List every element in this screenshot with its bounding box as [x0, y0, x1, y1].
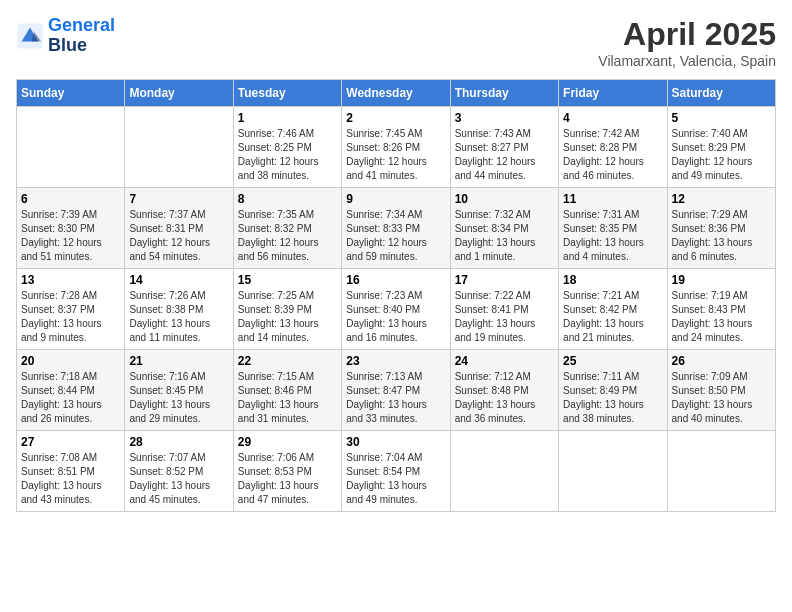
- calendar-cell: 30Sunrise: 7:04 AMSunset: 8:54 PMDayligh…: [342, 431, 450, 512]
- calendar-cell: 29Sunrise: 7:06 AMSunset: 8:53 PMDayligh…: [233, 431, 341, 512]
- calendar-cell: 28Sunrise: 7:07 AMSunset: 8:52 PMDayligh…: [125, 431, 233, 512]
- day-number: 18: [563, 273, 662, 287]
- day-info: Sunrise: 7:06 AMSunset: 8:53 PMDaylight:…: [238, 451, 337, 507]
- day-number: 28: [129, 435, 228, 449]
- calendar-week-row: 6Sunrise: 7:39 AMSunset: 8:30 PMDaylight…: [17, 188, 776, 269]
- calendar-cell: 3Sunrise: 7:43 AMSunset: 8:27 PMDaylight…: [450, 107, 558, 188]
- day-info: Sunrise: 7:31 AMSunset: 8:35 PMDaylight:…: [563, 208, 662, 264]
- calendar-cell: 12Sunrise: 7:29 AMSunset: 8:36 PMDayligh…: [667, 188, 775, 269]
- calendar-cell: 24Sunrise: 7:12 AMSunset: 8:48 PMDayligh…: [450, 350, 558, 431]
- day-number: 13: [21, 273, 120, 287]
- weekday-header: Saturday: [667, 80, 775, 107]
- weekday-header: Sunday: [17, 80, 125, 107]
- weekday-header: Wednesday: [342, 80, 450, 107]
- day-number: 6: [21, 192, 120, 206]
- day-info: Sunrise: 7:43 AMSunset: 8:27 PMDaylight:…: [455, 127, 554, 183]
- day-number: 16: [346, 273, 445, 287]
- day-number: 10: [455, 192, 554, 206]
- calendar-cell: 5Sunrise: 7:40 AMSunset: 8:29 PMDaylight…: [667, 107, 775, 188]
- calendar-cell: 7Sunrise: 7:37 AMSunset: 8:31 PMDaylight…: [125, 188, 233, 269]
- day-number: 5: [672, 111, 771, 125]
- calendar-table: SundayMondayTuesdayWednesdayThursdayFrid…: [16, 79, 776, 512]
- calendar-cell: 25Sunrise: 7:11 AMSunset: 8:49 PMDayligh…: [559, 350, 667, 431]
- day-info: Sunrise: 7:15 AMSunset: 8:46 PMDaylight:…: [238, 370, 337, 426]
- calendar-cell: 15Sunrise: 7:25 AMSunset: 8:39 PMDayligh…: [233, 269, 341, 350]
- calendar-cell: [125, 107, 233, 188]
- logo-line1: General: [48, 15, 115, 35]
- logo: General Blue: [16, 16, 115, 56]
- calendar-week-row: 20Sunrise: 7:18 AMSunset: 8:44 PMDayligh…: [17, 350, 776, 431]
- calendar-cell: 22Sunrise: 7:15 AMSunset: 8:46 PMDayligh…: [233, 350, 341, 431]
- day-number: 12: [672, 192, 771, 206]
- day-info: Sunrise: 7:19 AMSunset: 8:43 PMDaylight:…: [672, 289, 771, 345]
- calendar-cell: [559, 431, 667, 512]
- day-info: Sunrise: 7:26 AMSunset: 8:38 PMDaylight:…: [129, 289, 228, 345]
- location-subtitle: Vilamarxant, Valencia, Spain: [598, 53, 776, 69]
- calendar-cell: 26Sunrise: 7:09 AMSunset: 8:50 PMDayligh…: [667, 350, 775, 431]
- weekday-header-row: SundayMondayTuesdayWednesdayThursdayFrid…: [17, 80, 776, 107]
- day-number: 14: [129, 273, 228, 287]
- day-number: 29: [238, 435, 337, 449]
- weekday-header: Monday: [125, 80, 233, 107]
- day-number: 7: [129, 192, 228, 206]
- day-info: Sunrise: 7:29 AMSunset: 8:36 PMDaylight:…: [672, 208, 771, 264]
- calendar-cell: 11Sunrise: 7:31 AMSunset: 8:35 PMDayligh…: [559, 188, 667, 269]
- weekday-header: Friday: [559, 80, 667, 107]
- day-number: 27: [21, 435, 120, 449]
- day-number: 30: [346, 435, 445, 449]
- calendar-cell: [450, 431, 558, 512]
- calendar-cell: [667, 431, 775, 512]
- day-info: Sunrise: 7:42 AMSunset: 8:28 PMDaylight:…: [563, 127, 662, 183]
- day-number: 25: [563, 354, 662, 368]
- calendar-cell: 17Sunrise: 7:22 AMSunset: 8:41 PMDayligh…: [450, 269, 558, 350]
- calendar-cell: 2Sunrise: 7:45 AMSunset: 8:26 PMDaylight…: [342, 107, 450, 188]
- calendar-cell: 4Sunrise: 7:42 AMSunset: 8:28 PMDaylight…: [559, 107, 667, 188]
- weekday-header: Tuesday: [233, 80, 341, 107]
- page-header: General Blue April 2025 Vilamarxant, Val…: [16, 16, 776, 69]
- day-info: Sunrise: 7:28 AMSunset: 8:37 PMDaylight:…: [21, 289, 120, 345]
- day-info: Sunrise: 7:46 AMSunset: 8:25 PMDaylight:…: [238, 127, 337, 183]
- calendar-cell: 1Sunrise: 7:46 AMSunset: 8:25 PMDaylight…: [233, 107, 341, 188]
- calendar-week-row: 27Sunrise: 7:08 AMSunset: 8:51 PMDayligh…: [17, 431, 776, 512]
- day-number: 26: [672, 354, 771, 368]
- day-info: Sunrise: 7:32 AMSunset: 8:34 PMDaylight:…: [455, 208, 554, 264]
- calendar-cell: 14Sunrise: 7:26 AMSunset: 8:38 PMDayligh…: [125, 269, 233, 350]
- calendar-cell: 20Sunrise: 7:18 AMSunset: 8:44 PMDayligh…: [17, 350, 125, 431]
- day-number: 21: [129, 354, 228, 368]
- calendar-cell: 21Sunrise: 7:16 AMSunset: 8:45 PMDayligh…: [125, 350, 233, 431]
- calendar-cell: 18Sunrise: 7:21 AMSunset: 8:42 PMDayligh…: [559, 269, 667, 350]
- day-info: Sunrise: 7:09 AMSunset: 8:50 PMDaylight:…: [672, 370, 771, 426]
- day-info: Sunrise: 7:25 AMSunset: 8:39 PMDaylight:…: [238, 289, 337, 345]
- day-info: Sunrise: 7:23 AMSunset: 8:40 PMDaylight:…: [346, 289, 445, 345]
- day-info: Sunrise: 7:16 AMSunset: 8:45 PMDaylight:…: [129, 370, 228, 426]
- day-number: 17: [455, 273, 554, 287]
- calendar-cell: 13Sunrise: 7:28 AMSunset: 8:37 PMDayligh…: [17, 269, 125, 350]
- day-number: 23: [346, 354, 445, 368]
- day-info: Sunrise: 7:11 AMSunset: 8:49 PMDaylight:…: [563, 370, 662, 426]
- day-info: Sunrise: 7:40 AMSunset: 8:29 PMDaylight:…: [672, 127, 771, 183]
- day-info: Sunrise: 7:12 AMSunset: 8:48 PMDaylight:…: [455, 370, 554, 426]
- calendar-cell: [17, 107, 125, 188]
- day-info: Sunrise: 7:45 AMSunset: 8:26 PMDaylight:…: [346, 127, 445, 183]
- day-info: Sunrise: 7:35 AMSunset: 8:32 PMDaylight:…: [238, 208, 337, 264]
- calendar-cell: 10Sunrise: 7:32 AMSunset: 8:34 PMDayligh…: [450, 188, 558, 269]
- day-info: Sunrise: 7:18 AMSunset: 8:44 PMDaylight:…: [21, 370, 120, 426]
- day-number: 8: [238, 192, 337, 206]
- logo-icon: [16, 22, 44, 50]
- calendar-cell: 23Sunrise: 7:13 AMSunset: 8:47 PMDayligh…: [342, 350, 450, 431]
- title-block: April 2025 Vilamarxant, Valencia, Spain: [598, 16, 776, 69]
- day-number: 20: [21, 354, 120, 368]
- day-number: 1: [238, 111, 337, 125]
- day-number: 2: [346, 111, 445, 125]
- day-info: Sunrise: 7:21 AMSunset: 8:42 PMDaylight:…: [563, 289, 662, 345]
- logo-text: General Blue: [48, 16, 115, 56]
- day-number: 24: [455, 354, 554, 368]
- day-number: 11: [563, 192, 662, 206]
- day-info: Sunrise: 7:07 AMSunset: 8:52 PMDaylight:…: [129, 451, 228, 507]
- calendar-cell: 8Sunrise: 7:35 AMSunset: 8:32 PMDaylight…: [233, 188, 341, 269]
- day-info: Sunrise: 7:34 AMSunset: 8:33 PMDaylight:…: [346, 208, 445, 264]
- logo-line2: Blue: [48, 35, 87, 55]
- weekday-header: Thursday: [450, 80, 558, 107]
- day-info: Sunrise: 7:37 AMSunset: 8:31 PMDaylight:…: [129, 208, 228, 264]
- month-title: April 2025: [598, 16, 776, 53]
